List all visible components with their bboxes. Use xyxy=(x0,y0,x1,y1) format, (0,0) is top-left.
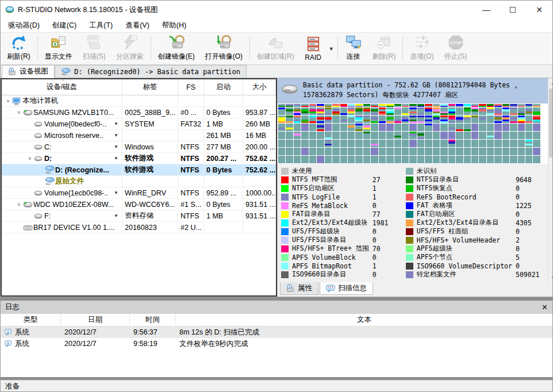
tree-row-9[interactable]: ˅WDC WD10EZEX-08W...WD-WCC6Y6...#1 S...0… xyxy=(2,199,276,210)
view-tab-0[interactable]: i设备视图 xyxy=(2,65,55,78)
tree-row-2[interactable]: Volume{0bedecf0-..▼SYSTEMFAT321 MB260 MB xyxy=(2,118,276,130)
map-block xyxy=(355,104,362,107)
legend-label: FAT目录条目 xyxy=(292,210,331,218)
menu-item-4[interactable]: 帮助(H) xyxy=(156,19,193,32)
legend-label: UFS/FFS目录条目 xyxy=(292,236,346,244)
map-block xyxy=(371,140,378,147)
mount-dropdown-icon[interactable]: ▼ xyxy=(114,213,120,218)
tree-column-header-0[interactable]: 设备/磁盘^ xyxy=(2,79,122,95)
bottom-tab-1[interactable]: 扫描信息 xyxy=(320,282,373,295)
legend-item-right-6: Ext2/Ext3/Ext4目录条目4305 xyxy=(406,218,546,227)
tree-row-8[interactable]: Volume{1ecb0c98-..▼WinRE_DRVNTFS952.89 .… xyxy=(2,187,276,199)
map-block xyxy=(487,140,494,147)
menu-item-1[interactable]: 创建(C) xyxy=(46,19,83,32)
legend-swatch xyxy=(406,254,413,261)
map-block xyxy=(440,116,447,123)
map-block xyxy=(448,116,455,123)
legend-item-left-5: FAT目录条目77 xyxy=(281,210,402,218)
map-block xyxy=(402,140,409,147)
partition-search-icon xyxy=(121,34,139,51)
map-block xyxy=(510,124,517,131)
tree-column-header-2[interactable]: FS xyxy=(178,79,204,95)
expand-chevron-icon[interactable]: ˅ xyxy=(15,110,23,116)
map-block xyxy=(301,124,308,131)
toolbar: 刷新(R)显示文件扫描(S)分区搜索创建镜像(E)打开镜像(O)创建区域(R)R… xyxy=(1,32,552,65)
close-button[interactable]: ✕ xyxy=(526,1,552,19)
expand-chevron-icon[interactable]: ˅ xyxy=(15,202,23,207)
map-block xyxy=(494,148,501,155)
toolbar-button-8[interactable]: 连接 xyxy=(340,34,367,63)
menu-item-2[interactable]: 工具(T) xyxy=(83,19,119,32)
tree-column-header-3[interactable]: 启动 xyxy=(204,79,243,95)
options-icon xyxy=(413,34,431,51)
map-block xyxy=(433,148,440,155)
map-block xyxy=(433,132,440,139)
map-block xyxy=(325,140,332,147)
mount-dropdown-icon[interactable]: ▼ xyxy=(114,133,120,138)
log-column-header-0[interactable]: 类型 xyxy=(1,314,61,326)
toolbar-button-1[interactable]: 显示文件 xyxy=(40,34,78,63)
tree-row-3[interactable]: Microsoft reserve..▼261 MB16 MB xyxy=(2,130,276,141)
map-block xyxy=(510,107,517,115)
mount-dropdown-icon[interactable]: ▼ xyxy=(114,121,120,126)
tree-row-7[interactable]: REC.原始文件 xyxy=(2,176,276,187)
tree-row-10[interactable]: F:▼资料存储NTFS1 MB931.51 ... xyxy=(2,210,276,222)
mount-dropdown-icon[interactable]: ▼ xyxy=(114,144,120,149)
toolbar-separator xyxy=(249,37,250,60)
tree-row-11[interactable]: BR17 DEVICE V1.00 1....20160823#2 U... xyxy=(2,222,276,233)
main-area: 设备/磁盘^标签FS启动大小 ˅本地计算机˅SAMSUNG MZVLB1T0..… xyxy=(1,78,552,297)
scroll-up-icon[interactable]: ▲ xyxy=(548,78,553,87)
expand-chevron-icon[interactable]: ˅ xyxy=(4,98,12,104)
scroll-down-icon[interactable]: ▼ xyxy=(551,273,553,282)
map-block xyxy=(479,132,486,139)
scan-info-icon xyxy=(326,285,335,293)
map-block xyxy=(525,124,532,131)
log-column-header-1[interactable]: 日期 xyxy=(61,314,130,326)
legend-count: 0 xyxy=(516,193,546,201)
map-block xyxy=(440,104,447,107)
legend-item-left-8: UFS/FFS目录条目0 xyxy=(281,236,402,244)
tree-row-0[interactable]: ˅本地计算机 xyxy=(2,95,276,107)
log-row-1[interactable]: i系统2020/12/79:58:19文件枚举在9秒内完成 xyxy=(1,338,552,349)
map-block xyxy=(309,116,316,123)
raid-dropdown-icon[interactable]: ▼ xyxy=(327,46,336,52)
device-name: C: xyxy=(44,143,52,151)
tree-row-5[interactable]: ˅D:▼软件游戏NTFS200.27 ...752.62 ... xyxy=(2,153,276,164)
log-column-header-3[interactable]: 文本 xyxy=(176,314,552,326)
legend-count: 1 xyxy=(372,185,402,193)
toolbar-button-7[interactable]: RAID xyxy=(299,34,327,63)
horizontal-splitter[interactable] xyxy=(1,297,552,301)
view-tab-1[interactable]: REC.D: (Recognized0) -> Basic data parti… xyxy=(55,65,247,78)
tree-row-1[interactable]: ˅SAMSUNG MZVLB1T0...0025_388B_9...#0 ...… xyxy=(2,107,276,118)
mount-dropdown-icon[interactable]: ▼ xyxy=(114,156,120,161)
map-block xyxy=(348,104,355,107)
log-type: 系统 xyxy=(15,339,29,349)
partition-header: Basic data partition - 752.62 GB (808121… xyxy=(278,78,548,103)
toolbar-button-0[interactable]: 刷新(R) xyxy=(2,34,36,63)
maximize-button[interactable]: ☐ xyxy=(500,1,526,19)
map-block xyxy=(533,107,540,115)
minimize-button[interactable]: — xyxy=(473,1,500,19)
log-close-icon[interactable]: ✕ xyxy=(542,303,548,312)
fs-cell: NTFS xyxy=(178,153,204,164)
tree-row-6[interactable]: REC.D: (Recognize...软件游戏NTFS0 Bytes752.6… xyxy=(2,164,276,176)
bottom-tab-0[interactable]: i属性 xyxy=(280,282,318,295)
tree-column-header-1[interactable]: 标签 xyxy=(122,79,178,95)
map-block xyxy=(294,124,301,131)
expand-chevron-icon[interactable]: ˅ xyxy=(26,156,34,162)
mount-dropdown-icon[interactable]: ▼ xyxy=(114,190,120,195)
toolbar-button-5[interactable]: 打开镜像(O) xyxy=(200,34,248,63)
map-block xyxy=(433,124,440,131)
map-block xyxy=(332,156,339,163)
log-column-header-2[interactable]: 时间 xyxy=(130,314,176,326)
scroll-thumb[interactable] xyxy=(549,89,553,157)
tree-column-header-4[interactable]: 大小 xyxy=(243,79,276,95)
legend-count: 1 xyxy=(372,193,402,201)
toolbar-button-4[interactable]: 创建镜像(E) xyxy=(153,34,200,63)
legend-label: APFS VolumeBlock xyxy=(292,253,356,262)
menu-item-0[interactable]: 驱动器(D) xyxy=(2,19,46,32)
log-row-0[interactable]: i系统2020/12/79:56:378m 12s 的 D: 扫描已完成 xyxy=(1,326,552,338)
right-panel-scrollbar[interactable]: ▲ ▼ xyxy=(548,78,553,282)
tree-row-4[interactable]: C:▼WindowsNTFS277 MB200.00 ... xyxy=(2,141,276,153)
menu-item-3[interactable]: 查看(V) xyxy=(119,19,156,32)
